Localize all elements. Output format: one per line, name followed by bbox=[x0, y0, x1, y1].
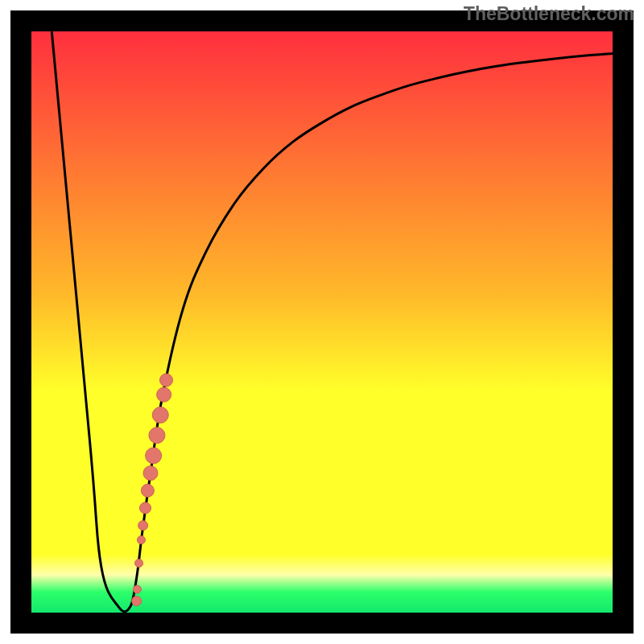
svg-rect-0 bbox=[31, 31, 613, 613]
data-point bbox=[143, 466, 158, 481]
data-point bbox=[135, 559, 143, 568]
chart-container: TheBottleneck.com bbox=[0, 0, 644, 644]
chart-background bbox=[31, 31, 613, 613]
data-point bbox=[157, 387, 171, 402]
watermark-text: TheBottleneck.com bbox=[464, 3, 634, 25]
data-point bbox=[141, 484, 154, 497]
data-point bbox=[146, 448, 162, 464]
data-point bbox=[140, 502, 151, 514]
bottleneck-chart bbox=[0, 0, 644, 644]
data-point bbox=[132, 597, 142, 606]
data-point bbox=[149, 427, 165, 444]
data-point bbox=[137, 536, 145, 544]
data-point bbox=[160, 374, 173, 386]
data-point bbox=[152, 407, 168, 423]
data-point bbox=[133, 585, 141, 593]
data-point bbox=[138, 521, 148, 530]
